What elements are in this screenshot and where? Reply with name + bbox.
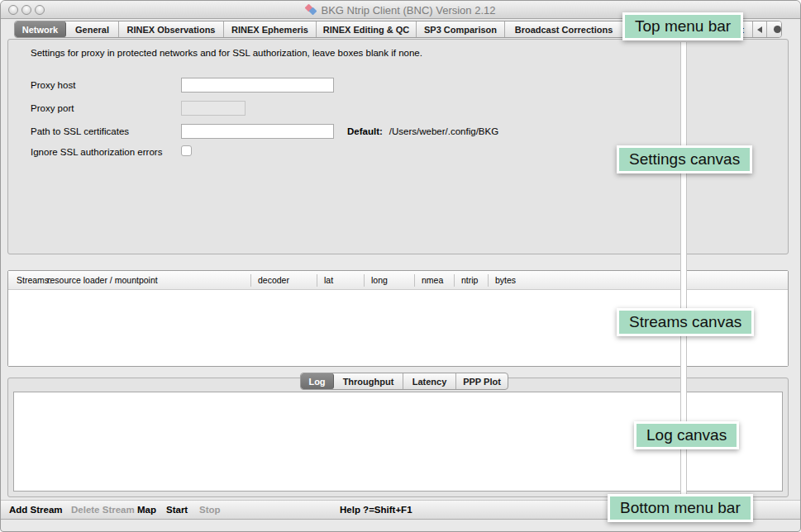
tab-sp3-comparison[interactable]: SP3 Comparison	[417, 21, 505, 37]
tab-log[interactable]: Log	[301, 373, 334, 389]
col-long: long	[371, 275, 388, 285]
stop-button[interactable]: Stop	[199, 501, 221, 519]
col-nmea: nmea	[422, 275, 443, 285]
tab-latency[interactable]: Latency	[403, 373, 456, 389]
tab-scroll-right-icon	[774, 26, 781, 33]
help-menu-item[interactable]: Help ?=Shift+F1	[340, 501, 412, 519]
ignore-ssl-checkbox[interactable]	[181, 145, 192, 156]
ssl-default-value: /Users/weber/.config/BKG	[389, 126, 498, 136]
annotation-streams-canvas: Streams canvas	[617, 308, 754, 336]
col-lat: lat	[324, 275, 333, 285]
log-tab-bar: Log Throughput Latency PPP Plot	[300, 373, 508, 390]
tab-rinex-ephemeris[interactable]: RINEX Ephemeris	[224, 21, 317, 37]
tab-ppp-plot[interactable]: PPP Plot	[456, 373, 508, 389]
streams-table-header: Streams: resource loader / mountpoint de…	[8, 271, 788, 290]
ssl-path-label: Path to SSL certificates	[31, 126, 129, 136]
annotation-settings-canvas: Settings canvas	[617, 145, 752, 173]
bnc-window: BKG Ntrip Client (BNC) Version 2.12 Netw…	[0, 0, 801, 532]
window-title: BKG Ntrip Client (BNC) Version 2.12	[322, 4, 496, 17]
col-decoder: decoder	[258, 275, 289, 285]
column-separator	[488, 274, 489, 287]
tab-throughput[interactable]: Throughput	[334, 373, 403, 389]
map-button[interactable]: Map	[137, 501, 156, 519]
tab-scroll-right[interactable]	[767, 21, 781, 37]
column-separator	[414, 274, 415, 287]
tab-rinex-editing-qc[interactable]: RINEX Editing & QC	[317, 21, 417, 37]
tab-broadcast-corrections[interactable]: Broadcast Corrections	[505, 21, 623, 37]
annotation-log-canvas: Log canvas	[634, 421, 739, 449]
ssl-path-input[interactable]	[181, 124, 334, 139]
col-bytes: bytes	[495, 275, 516, 285]
tab-scroll-left-icon	[757, 26, 762, 33]
column-separator	[250, 274, 251, 287]
proxy-port-input[interactable]	[181, 101, 246, 116]
tab-network[interactable]: Network	[15, 21, 66, 37]
settings-intro-text: Settings for proxy in protected networks…	[31, 48, 422, 58]
proxy-port-label: Proxy port	[31, 103, 74, 113]
column-separator	[364, 274, 365, 287]
column-separator	[454, 274, 455, 287]
proxy-host-label: Proxy host	[31, 80, 75, 90]
proxy-host-input[interactable]	[181, 78, 334, 93]
tab-rinex-observations[interactable]: RINEX Observations	[119, 21, 224, 37]
annotation-bottom-menu-bar: Bottom menu bar	[608, 494, 753, 522]
add-stream-button[interactable]: Add Stream	[9, 501, 63, 519]
tab-general[interactable]: General	[66, 21, 119, 37]
tab-scroll-left[interactable]	[753, 21, 767, 37]
delete-stream-button[interactable]: Delete Stream	[71, 501, 135, 519]
col-ntrip: ntrip	[461, 275, 478, 285]
streams-label: Streams:	[17, 275, 51, 285]
col-resource-mountpoint: resource loader / mountpoint	[47, 275, 158, 285]
ignore-ssl-label: Ignore SSL authorization errors	[31, 147, 162, 157]
start-button[interactable]: Start	[166, 501, 188, 519]
ssl-default-note: Default: /Users/weber/.config/BKG	[347, 126, 498, 136]
annotation-top-menu-bar: Top menu bar	[622, 12, 743, 40]
column-separator	[317, 274, 317, 287]
ssl-default-label: Default:	[347, 126, 383, 136]
app-icon	[306, 4, 317, 16]
